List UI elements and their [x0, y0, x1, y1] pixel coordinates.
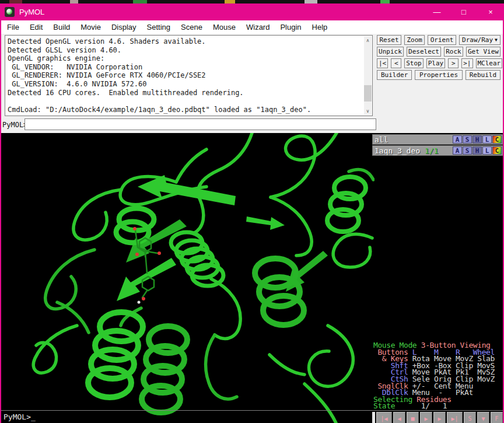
- control-row-1: Reset Zoom Orient Draw/Ray ▼: [377, 35, 501, 45]
- menu-file[interactable]: File: [2, 21, 24, 33]
- scroll-up-icon[interactable]: ∧: [364, 36, 372, 44]
- object-actions: A S H L C: [453, 146, 502, 155]
- window-controls: — □ ×: [424, 4, 504, 20]
- application-window: PyMOL — □ × File Edit Build Movie Displa…: [0, 4, 504, 423]
- movie-last-button[interactable]: >|: [461, 58, 473, 68]
- vcr-scene-icon[interactable]: S: [464, 412, 476, 423]
- rock-button[interactable]: Rock: [444, 47, 463, 57]
- show-menu-button[interactable]: S: [463, 135, 472, 144]
- draw-ray-button[interactable]: Draw/Ray ▼: [459, 35, 501, 45]
- protein-cartoon: [1, 133, 374, 423]
- control-row-3: |< < Stop Play > >| MClear: [377, 58, 501, 68]
- object-state: 1/1: [425, 146, 438, 155]
- label-menu-button[interactable]: L: [482, 135, 492, 144]
- vcr-menu-icon[interactable]: ▼: [477, 412, 489, 423]
- vcr-step-icon[interactable]: ▶: [433, 412, 446, 423]
- rebuild-button[interactable]: Rebuild: [466, 70, 501, 80]
- console-line: Detected OpenGL version 4.6. Shaders ava…: [8, 37, 362, 46]
- command-row: PyMOL>: [1, 118, 503, 131]
- vcr-stop-icon[interactable]: ■: [407, 412, 419, 423]
- console-output: Detected OpenGL version 4.6. Shaders ava…: [5, 35, 373, 116]
- menu-edit[interactable]: Edit: [24, 21, 48, 33]
- color-menu-button[interactable]: C: [492, 146, 502, 155]
- pymol-logo-icon: [5, 7, 15, 17]
- scroll-down-icon[interactable]: ∨: [364, 107, 372, 115]
- pymol-prompt-label: PyMOL>: [2, 121, 27, 129]
- menu-setting[interactable]: Setting: [142, 21, 176, 33]
- deselect-button[interactable]: Deselect: [407, 47, 441, 57]
- console-line: CmdLoad: "D:/AutoDock4/example/1aqn_3_de…: [8, 106, 362, 114]
- hide-menu-button[interactable]: H: [473, 146, 482, 155]
- menu-help[interactable]: Help: [307, 21, 333, 33]
- movie-prev-button[interactable]: <: [391, 58, 401, 68]
- vcr-last-icon[interactable]: ▶|: [447, 412, 463, 423]
- console-scrollbar[interactable]: ∧ ∨: [364, 36, 372, 115]
- action-menu-button[interactable]: A: [453, 135, 462, 144]
- mouse-mode-panel[interactable]: Mouse Mode 3-Button Viewing Buttons L M …: [373, 342, 503, 410]
- color-menu-button[interactable]: C: [492, 135, 502, 144]
- movie-play-button[interactable]: Play: [426, 58, 446, 68]
- 3d-viewport[interactable]: [1, 133, 374, 423]
- object-row-all[interactable]: all A S H L C: [372, 134, 503, 145]
- viewport-prompt[interactable]: PyMOL>_: [4, 412, 36, 421]
- object-list-panel: all A S H L C 1aqn_3_deo 1/1 A S H: [372, 134, 503, 156]
- builder-button[interactable]: Builder: [377, 70, 412, 80]
- hide-menu-button[interactable]: H: [473, 135, 482, 144]
- label-menu-button[interactable]: L: [482, 146, 492, 155]
- action-menu-button[interactable]: A: [453, 146, 462, 155]
- state-row: State 1/ 1: [373, 403, 503, 410]
- movie-next-button[interactable]: >: [448, 58, 459, 68]
- command-input[interactable]: [24, 118, 376, 130]
- menu-movie[interactable]: Movie: [75, 21, 106, 33]
- vcr-back-icon[interactable]: ◀: [393, 412, 405, 423]
- console-line: GL_RENDERER: NVIDIA GeForce RTX 4060/PCI…: [8, 71, 362, 80]
- vcr-play-icon[interactable]: ▶: [420, 412, 432, 423]
- menu-plugin[interactable]: Plugin: [275, 21, 306, 33]
- orient-button[interactable]: Orient: [428, 35, 456, 45]
- menu-display[interactable]: Display: [106, 21, 142, 33]
- show-menu-button[interactable]: S: [463, 146, 472, 155]
- vcr-first-icon[interactable]: |◀: [376, 412, 392, 423]
- object-actions: A S H L C: [453, 135, 502, 144]
- menu-bar: File Edit Build Movie Display Setting Sc…: [1, 20, 503, 34]
- console-line: GL_VENDOR: NVIDIA Corporation: [8, 63, 362, 72]
- pymol-window: PyMOL — □ × File Edit Build Movie Displa…: [0, 0, 504, 423]
- get-view-button[interactable]: Get View: [466, 47, 501, 57]
- unpick-button[interactable]: Unpick: [377, 47, 404, 57]
- movie-vcr-controls: |◀ ◀ ■ ▶ ▶ ▶| S ▼ F: [372, 412, 503, 423]
- viewer-area: all A S H L C 1aqn_3_deo 1/1 A S H: [1, 133, 503, 423]
- zoom-button[interactable]: Zoom: [404, 35, 425, 45]
- properties-button[interactable]: Properties: [415, 70, 463, 80]
- control-row-4: Builder Properties Rebuild: [377, 70, 501, 80]
- mclear-button[interactable]: MClear: [476, 58, 503, 68]
- object-name[interactable]: 1aqn_3_deo: [374, 146, 425, 155]
- minimize-button[interactable]: —: [424, 4, 450, 20]
- scrollbar-thumb[interactable]: [364, 85, 372, 102]
- titlebar[interactable]: PyMOL — □ ×: [0, 4, 504, 20]
- reset-button[interactable]: Reset: [377, 35, 401, 45]
- console-line: Detected GLSL version 4.60.: [8, 46, 362, 55]
- maximize-button[interactable]: □: [450, 4, 477, 20]
- vcr-divider: [372, 412, 375, 423]
- menu-scene[interactable]: Scene: [176, 21, 208, 33]
- menu-mouse[interactable]: Mouse: [208, 21, 241, 33]
- close-button[interactable]: ×: [477, 4, 504, 20]
- menu-wizard[interactable]: Wizard: [241, 21, 275, 33]
- menu-build[interactable]: Build: [48, 21, 75, 33]
- viewport-divider: [1, 410, 503, 411]
- control-row-2: Unpick Deselect Rock Get View: [377, 47, 501, 57]
- object-name[interactable]: all: [374, 135, 388, 144]
- vcr-fullscreen-icon[interactable]: F: [491, 412, 503, 423]
- window-title: PyMOL: [19, 8, 44, 16]
- upper-workspace: Detected OpenGL version 4.6. Shaders ava…: [1, 34, 503, 133]
- console-line: OpenGL graphics engine:: [8, 54, 362, 63]
- console-line: Detected 16 CPU cores. Enabled multithre…: [8, 89, 362, 97]
- caret-down-icon: ▼: [495, 37, 498, 43]
- movie-first-button[interactable]: |<: [377, 58, 388, 68]
- console-log: Detected OpenGL version 4.6. Shaders ava…: [8, 37, 362, 114]
- control-button-panel: Reset Zoom Orient Draw/Ray ▼ Unpick Dese…: [377, 35, 501, 82]
- console-line: [8, 97, 362, 106]
- movie-stop-button[interactable]: Stop: [404, 58, 424, 68]
- draw-ray-label: Draw/Ray: [462, 36, 493, 44]
- object-row-1aqn-3-deo[interactable]: 1aqn_3_deo 1/1 A S H L C: [372, 145, 503, 156]
